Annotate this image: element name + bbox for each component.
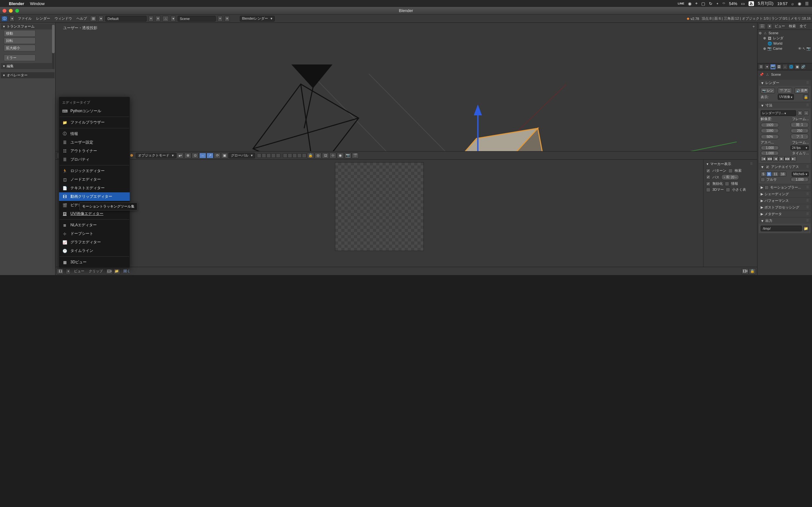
menu-help[interactable]: ヘルプ (75, 16, 88, 21)
editor-item-graph[interactable]: 📈グラフエディター (59, 238, 130, 246)
lock-interface-icon[interactable]: 🔒 (803, 95, 809, 100)
mirror-button[interactable]: ミラー (4, 55, 36, 61)
editor-item-3dview[interactable]: ▦3Dビュー (59, 258, 130, 267)
add-preset-button[interactable]: + (798, 111, 803, 116)
menubar-time[interactable]: 19:57 (777, 1, 788, 6)
manipulate-center-icon[interactable]: ⊙ (192, 153, 199, 158)
editor-item-nla[interactable]: ≣NLAエディター (59, 221, 130, 229)
render-preview-icon[interactable]: 📷 (345, 153, 351, 158)
menu-window[interactable]: ウィンドウ (53, 16, 73, 21)
creative-cloud-icon[interactable]: ◉ (688, 1, 692, 6)
motion-blur-checkbox[interactable] (764, 185, 769, 190)
orientation-dropdown[interactable]: グローバル ▾ (229, 153, 255, 158)
render-panel-header[interactable]: ▼レンダー⠿ (759, 80, 811, 86)
menu-file[interactable]: ファイル (16, 16, 33, 21)
shading-panel-header[interactable]: ▶シェーディング⠿ (759, 191, 811, 197)
editor-item-logic[interactable]: 🏃ロジックエディター (59, 167, 130, 175)
editor-item-python-console[interactable]: ⌨Pythonコンソール (59, 107, 130, 115)
clip-canvas[interactable] (335, 162, 424, 251)
audio-button[interactable]: 🔊音声 (795, 88, 809, 94)
remove-layout-button[interactable]: ✕ (155, 16, 160, 21)
zoom-window-button[interactable] (15, 9, 19, 13)
renderable-icon[interactable]: 📷 (806, 47, 811, 51)
snap-element-icon[interactable]: ⊡ (322, 153, 329, 158)
aa-sample-11[interactable]: 11 (772, 172, 779, 176)
translate-manipulator-icon[interactable]: ↗ (206, 153, 213, 158)
play-icon[interactable]: ▶ (779, 156, 784, 161)
lock-camera-icon[interactable]: 🔒 (307, 153, 314, 158)
prop-tab-editor-type[interactable]: ☰ (758, 64, 764, 70)
viewport-canvas[interactable] (55, 23, 757, 151)
3d-viewport[interactable]: ユーザー・透視投影 (1) Cube + (55, 23, 757, 151)
translate-button[interactable]: 移動 (4, 30, 36, 37)
layer-button-6[interactable] (283, 153, 287, 158)
next-keyframe-icon[interactable]: ▶▶ (785, 156, 791, 161)
prop-tab-chevron[interactable]: ▾ (764, 64, 770, 70)
path-length-field[interactable]: ‹ 長: 20 › (721, 174, 739, 180)
mode-dropdown[interactable]: オブジェクトモード ▾ (136, 153, 176, 158)
prop-tab-render[interactable]: 📷 (770, 64, 776, 70)
outliner-menu-view[interactable]: ビュー (773, 24, 786, 29)
metadata-panel-header[interactable]: ▶メタデータ⠿ (759, 211, 811, 217)
snap-target-icon[interactable]: ⊹ (329, 153, 336, 158)
disclose-icon[interactable]: ⊕ (763, 47, 766, 51)
layer-button-9[interactable] (297, 153, 302, 158)
tree-row-scene[interactable]: ⊖ ⛬ Scene (759, 31, 811, 36)
tool-shelf-scrollbar[interactable] (52, 25, 55, 69)
layer-button-8[interactable] (293, 153, 297, 158)
scene-browse-icon[interactable]: ⛬ (162, 16, 169, 21)
editor-type-info-icon[interactable]: ⓘ (1, 16, 8, 21)
layer-button-2[interactable] (262, 153, 266, 158)
screen-layout-field[interactable]: Default (105, 16, 147, 21)
aa-samples-group[interactable]: 5 8 11 16 (761, 172, 786, 176)
prop-tab-world[interactable]: 🌐 (788, 64, 794, 70)
path-checkbox[interactable] (706, 175, 711, 179)
shading-selector[interactable]: ●▾ (177, 153, 184, 158)
clip-menu-view[interactable]: ビュー (72, 269, 86, 274)
display-mode-dropdown[interactable]: UV画像 ▾ (778, 94, 794, 100)
render-button[interactable]: 📷レン (761, 88, 775, 94)
battery-pct[interactable]: 54% (729, 1, 737, 6)
animation-button[interactable]: 🎬アニ (778, 88, 792, 94)
editor-item-uv-image[interactable]: 🖼UV/画像エディター (59, 210, 130, 218)
layer-button-10[interactable] (302, 153, 306, 158)
play-reverse-icon[interactable]: ◀ (773, 156, 778, 161)
output-panel-header[interactable]: ▼出力⠿ (759, 218, 811, 224)
jump-start-icon[interactable]: |◀ (761, 156, 766, 161)
tree-row-renderlayers[interactable]: ⊕ 🖼 レンダ (759, 36, 811, 41)
resolution-pct-field[interactable]: ‹50%› (761, 134, 779, 139)
fullsample-checkbox[interactable] (761, 177, 765, 182)
layout-chevron-icon[interactable]: ▾ (98, 16, 103, 21)
clip-open-button[interactable]: 開く (122, 269, 132, 274)
line-app-icon[interactable]: LINE (678, 2, 684, 5)
aspect-y-field[interactable]: ‹1.000› (761, 151, 779, 156)
disable-checkbox[interactable] (706, 181, 711, 186)
airplay-icon[interactable]: ▢ (701, 1, 705, 6)
manipulator-toggle[interactable]: ↔ (199, 153, 206, 158)
scene-field[interactable]: Scene (177, 16, 216, 21)
layer-button-3[interactable] (266, 153, 271, 158)
frame-start-field[interactable]: ‹開: 1› (791, 122, 809, 128)
ime-indicator[interactable]: あ (749, 1, 754, 6)
editor-item-text[interactable]: 📄テキストエディター (59, 184, 130, 192)
macos-app-menu[interactable]: Blender (9, 1, 24, 6)
scene-chevron-icon[interactable]: ▾ (171, 16, 176, 21)
editor-item-node[interactable]: ◫ノードエディター (59, 175, 130, 184)
pattern-checkbox[interactable] (706, 169, 711, 173)
frame-step-field[interactable]: ‹フ: 1› (791, 134, 809, 139)
tree-row-camera[interactable]: ⊕ 📷 Came 👁 ↖ 📷 (759, 46, 811, 51)
outliner-menu-search[interactable]: 検索 (788, 24, 797, 29)
snap-toggle-icon[interactable]: ◎ (315, 153, 322, 158)
clip-display-channel-icon[interactable]: 🎞▾ (742, 268, 749, 274)
rotate-manipulator-icon[interactable]: ⟳ (214, 153, 221, 158)
aa-enable-checkbox[interactable] (765, 165, 770, 169)
menu-render[interactable]: レンダー (35, 16, 51, 21)
layer-button-7[interactable] (288, 153, 292, 158)
editor-item-dopesheet[interactable]: ⊹ドープシート (59, 229, 130, 238)
remove-scene-button[interactable]: ✕ (224, 16, 230, 21)
wifi-icon[interactable]: ⌔ (722, 1, 725, 6)
tree-row-world[interactable]: 🌐 World (759, 41, 811, 46)
motion-blur-panel-header[interactable]: ▶モーションブラー...⠿ (759, 184, 811, 190)
editor-item-user-prefs[interactable]: ☰ユーザー設定 (59, 138, 130, 147)
jump-end-icon[interactable]: ▶| (791, 156, 797, 161)
